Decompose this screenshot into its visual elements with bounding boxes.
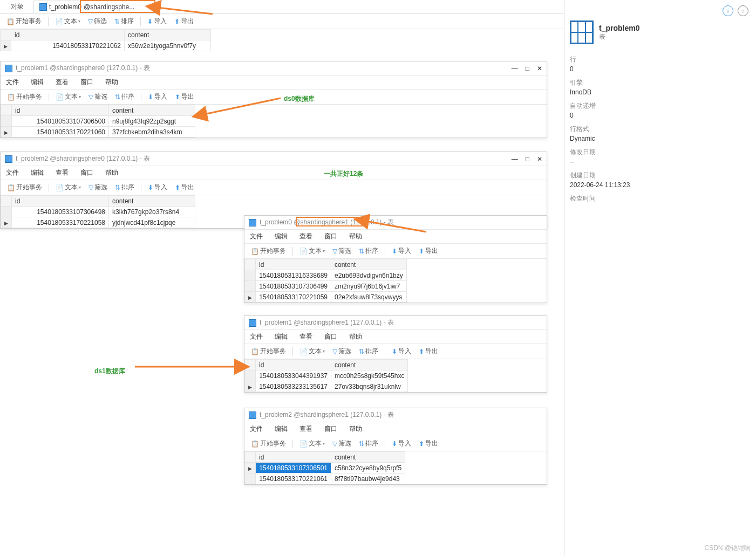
- menu-help[interactable]: 帮助: [349, 424, 362, 434]
- menu-file[interactable]: 文件: [6, 78, 19, 87]
- filter-button[interactable]: ▽筛选: [329, 438, 355, 449]
- menu-help[interactable]: 帮助: [349, 332, 362, 341]
- menu-edit[interactable]: 编辑: [275, 332, 288, 341]
- import-button[interactable]: ⬇导入: [389, 245, 414, 257]
- menu-view[interactable]: 查看: [299, 232, 312, 241]
- cell-content[interactable]: n9uj8fg43fq92zp2sggt: [109, 116, 195, 127]
- table-row[interactable]: 1540180533170221062x56w2e1tyoga5hnv0f7y: [1, 40, 211, 51]
- text-button[interactable]: 📄文本▾: [52, 91, 84, 102]
- begin-transaction-button[interactable]: 📋开始事务: [3, 16, 45, 27]
- import-button[interactable]: ⬇导入: [145, 182, 171, 193]
- table-row[interactable]: 15401805331702210618f78ti97baubw4je9d43: [245, 473, 405, 484]
- begin-transaction-button[interactable]: 📋开始事务: [4, 91, 45, 102]
- cell-content[interactable]: zm2nyu9f7j6b16jv1iw7: [331, 281, 407, 292]
- table-row[interactable]: 1540180533107306498k3lkh767gkp2o37rs8n4: [1, 207, 195, 217]
- cell-id[interactable]: 1540180533170221060: [12, 127, 109, 138]
- cell-content[interactable]: 8f78ti97baubw4je9d43: [331, 473, 405, 484]
- col-id[interactable]: id: [11, 30, 125, 40]
- cell-content[interactable]: 27ov33bqns8jr31uknlw: [331, 381, 408, 392]
- table-row[interactable]: 154018053317022105902e2xfsuw8l73sqvwyys: [245, 292, 407, 303]
- filter-button[interactable]: ▽筛选: [329, 245, 355, 257]
- menu-window[interactable]: 窗口: [80, 168, 93, 177]
- begin-transaction-button[interactable]: 📋开始事务: [4, 182, 45, 193]
- sort-button[interactable]: ⇅排序: [356, 438, 382, 449]
- sort-button[interactable]: ⇅排序: [112, 182, 138, 193]
- sort-button[interactable]: ⇅排序: [111, 16, 137, 27]
- cell-id[interactable]: 1540180533233135617: [256, 381, 331, 392]
- menu-edit[interactable]: 编辑: [275, 232, 288, 241]
- menu-edit[interactable]: 编辑: [31, 78, 44, 87]
- menu-help[interactable]: 帮助: [105, 168, 118, 177]
- import-button[interactable]: ⬇导入: [389, 346, 414, 357]
- sort-button[interactable]: ⇅排序: [356, 346, 382, 357]
- cell-content[interactable]: k3lkh767gkp2o37rs8n4: [109, 207, 195, 217]
- menu-view[interactable]: 查看: [299, 424, 312, 434]
- menu-file[interactable]: 文件: [250, 332, 263, 341]
- table-row[interactable]: 154018053323313561727ov33bqns8jr31uknlw: [245, 381, 408, 392]
- filter-button[interactable]: ▽筛选: [329, 346, 355, 357]
- text-button[interactable]: 📄文本▾: [52, 16, 84, 27]
- menu-window[interactable]: 窗口: [324, 424, 337, 434]
- begin-transaction-button[interactable]: 📋开始事务: [248, 346, 289, 357]
- cell-id[interactable]: 1540180533107306500: [12, 116, 109, 127]
- import-button[interactable]: ⬇导入: [389, 438, 414, 449]
- cell-content[interactable]: x56w2e1tyoga5hnv0f7y: [125, 40, 211, 51]
- cell-id[interactable]: 1540180531316338689: [256, 270, 331, 281]
- begin-transaction-button[interactable]: 📋开始事务: [248, 438, 289, 449]
- cell-content[interactable]: e2ub693dvdigvn6n1bzy: [331, 270, 407, 281]
- minimize-icon[interactable]: —: [512, 65, 518, 72]
- cell-id[interactable]: 1540180533170221059: [256, 292, 331, 303]
- table-row[interactable]: 1540180533107306501c58n3z2cye8by9q5rpf5: [245, 463, 405, 473]
- cell-content[interactable]: mcc0h25s8gk59t545hxc: [331, 370, 408, 381]
- cell-id[interactable]: 1540180533107306501: [256, 463, 331, 473]
- menu-edit[interactable]: 编辑: [31, 168, 44, 177]
- sort-button[interactable]: ⇅排序: [356, 245, 382, 257]
- export-button[interactable]: ⬆导出: [172, 182, 197, 193]
- cell-id[interactable]: 1540180533044391937: [256, 370, 331, 381]
- cell-content[interactable]: 37zfchkebm2diha3s4km: [109, 127, 195, 138]
- menu-window[interactable]: 窗口: [80, 78, 93, 87]
- menu-view[interactable]: 查看: [56, 78, 69, 87]
- text-button[interactable]: 📄文本▾: [296, 346, 328, 357]
- info-icon[interactable]: i: [723, 5, 733, 16]
- cell-id[interactable]: 1540180533170221062: [11, 40, 125, 51]
- minimize-icon[interactable]: —: [512, 155, 518, 163]
- export-button[interactable]: ⬆导出: [172, 91, 197, 102]
- menu-edit[interactable]: 编辑: [275, 424, 288, 434]
- filter-button[interactable]: ▽筛选: [85, 182, 111, 193]
- table-row[interactable]: 1540180531316338689e2ub693dvdigvn6n1bzy: [245, 270, 407, 281]
- filter-button[interactable]: ▽筛选: [85, 16, 110, 27]
- text-button[interactable]: 📄文本▾: [52, 182, 84, 193]
- menu-help[interactable]: 帮助: [349, 232, 362, 241]
- begin-transaction-button[interactable]: 📋开始事务: [248, 245, 289, 257]
- export-button[interactable]: ⬆导出: [416, 245, 441, 257]
- cell-content[interactable]: c58n3z2cye8by9q5rpf5: [331, 463, 405, 473]
- filter-button[interactable]: ▽筛选: [85, 91, 111, 102]
- menu-file[interactable]: 文件: [6, 168, 19, 177]
- table-row[interactable]: 1540180533107306500n9uj8fg43fq92zp2sggt: [1, 116, 195, 127]
- table-row[interactable]: 1540180533107306499zm2nyu9f7j6b16jv1iw7: [245, 281, 407, 292]
- table-row[interactable]: 154018053317022106037zfchkebm2diha3s4km: [1, 127, 195, 138]
- menu-window[interactable]: 窗口: [324, 332, 337, 341]
- table-row[interactable]: 1540180533170221058yjdnjwcd41pf8c1cjpqe: [1, 217, 195, 228]
- close-icon[interactable]: ✕: [537, 155, 542, 163]
- ddl-icon[interactable]: ≡: [738, 5, 748, 16]
- cell-id[interactable]: 1540180533170221058: [12, 217, 109, 228]
- sort-button[interactable]: ⇅排序: [112, 91, 138, 102]
- close-icon[interactable]: ✕: [537, 65, 542, 72]
- maximize-icon[interactable]: □: [526, 155, 529, 163]
- text-button[interactable]: 📄文本▾: [296, 245, 328, 257]
- cell-content[interactable]: 02e2xfsuw8l73sqvwyys: [331, 292, 407, 303]
- export-button[interactable]: ⬆导出: [416, 438, 441, 449]
- menu-file[interactable]: 文件: [250, 232, 263, 241]
- import-button[interactable]: ⬇导入: [145, 91, 171, 102]
- tab-objects[interactable]: 对象: [5, 0, 29, 13]
- export-button[interactable]: ⬆导出: [416, 346, 441, 357]
- menu-help[interactable]: 帮助: [105, 78, 118, 87]
- col-content[interactable]: content: [125, 30, 211, 40]
- maximize-icon[interactable]: □: [526, 65, 529, 72]
- cell-content[interactable]: yjdnjwcd41pf8c1cjpqe: [109, 217, 195, 228]
- table-row[interactable]: 1540180533044391937mcc0h25s8gk59t545hxc: [245, 370, 408, 381]
- text-button[interactable]: 📄文本▾: [296, 438, 328, 449]
- menu-view[interactable]: 查看: [299, 332, 312, 341]
